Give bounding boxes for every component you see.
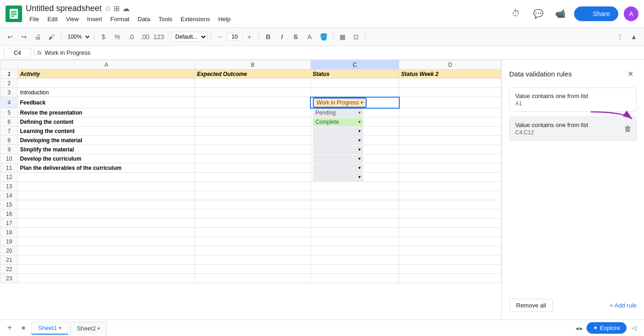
format-123-button[interactable]: 123: [152, 30, 165, 43]
meet-icon[interactable]: 📹: [552, 6, 569, 22]
cell-d9[interactable]: [399, 145, 501, 154]
cell-c6[interactable]: Complete ▾: [310, 117, 399, 127]
redo-button[interactable]: ↪: [17, 30, 30, 43]
menu-data[interactable]: Data: [134, 14, 154, 24]
cell-a12[interactable]: [18, 173, 195, 182]
cell-a1[interactable]: Activity: [18, 70, 195, 79]
cell-c1[interactable]: Status: [310, 70, 399, 79]
cell-c7[interactable]: ▾: [310, 127, 399, 136]
sheet-tab-sheet2[interactable]: Sheet2 ▾: [70, 322, 107, 335]
percent-button[interactable]: %: [111, 30, 124, 43]
menu-insert[interactable]: Insert: [83, 14, 106, 24]
text-color-button[interactable]: A: [303, 30, 316, 43]
scroll-right-button[interactable]: ▸: [580, 324, 583, 332]
cell-b4[interactable]: [195, 97, 311, 108]
zoom-select[interactable]: 100% 75% 125%: [64, 32, 91, 41]
scroll-left-button[interactable]: ◂: [575, 324, 579, 332]
merge-button[interactable]: ⊡: [350, 30, 362, 43]
spreadsheet-title[interactable]: Untitled spreadsheet: [26, 4, 102, 13]
cell-a6[interactable]: Defining the content: [18, 117, 195, 127]
cell-c8[interactable]: ▾: [310, 136, 399, 145]
cell-b1[interactable]: Expected Outcome: [195, 70, 311, 79]
cell-b7[interactable]: [195, 127, 311, 136]
cell-a2[interactable]: [18, 79, 195, 88]
cell-d1[interactable]: Status Week 2: [399, 70, 501, 79]
cell-c10[interactable]: ▾: [310, 154, 399, 163]
empty-chip-10[interactable]: ▾: [313, 155, 363, 163]
collapse-panel-button[interactable]: ◁: [628, 322, 640, 334]
dv-close-button[interactable]: ✕: [624, 67, 637, 80]
cell-a8[interactable]: Developing the material: [18, 136, 195, 145]
font-size-dec[interactable]: −: [213, 30, 226, 43]
comments-icon[interactable]: 💬: [530, 6, 546, 22]
currency-button[interactable]: $: [97, 30, 110, 43]
share-button[interactable]: 👤 Data validation rules Share: [574, 6, 618, 21]
cell-c9[interactable]: ▾: [310, 145, 399, 154]
cell-b12[interactable]: [195, 173, 311, 182]
italic-button[interactable]: I: [276, 30, 288, 43]
cell-c12[interactable]: ▾: [310, 173, 399, 182]
cell-c11[interactable]: ▾: [310, 163, 399, 173]
dv-rule-2[interactable]: Value contains one from list C4:C12 🗑: [509, 116, 637, 141]
add-rule-button[interactable]: + Add rule: [610, 302, 637, 309]
cell-d2[interactable]: [399, 79, 501, 88]
cell-d8[interactable]: [399, 136, 501, 145]
cell-reference-input[interactable]: [4, 48, 31, 58]
move-icon[interactable]: ⊞: [114, 4, 120, 13]
remove-all-button[interactable]: Remove all: [509, 299, 553, 312]
col-b-header[interactable]: B: [195, 60, 311, 70]
cell-b8[interactable]: [195, 136, 311, 145]
pending-chip[interactable]: Pending ▾: [313, 109, 363, 117]
menu-help[interactable]: Help: [214, 14, 234, 24]
empty-chip-8[interactable]: ▾: [313, 136, 363, 145]
cell-d6[interactable]: [399, 117, 501, 127]
cell-b11[interactable]: [195, 163, 311, 173]
add-sheet-button[interactable]: +: [4, 322, 16, 334]
empty-chip-7[interactable]: ▾: [313, 127, 363, 135]
font-dropdown[interactable]: Default... Arial: [171, 32, 207, 42]
cell-d7[interactable]: [399, 127, 501, 136]
cell-c3[interactable]: [310, 88, 399, 97]
borders-button[interactable]: ▦: [336, 30, 349, 43]
cell-a3[interactable]: Introduction: [18, 88, 195, 97]
dv-rule-1[interactable]: Value contains one from list A1: [509, 87, 637, 112]
col-d-header[interactable]: D: [399, 60, 501, 70]
col-a-header[interactable]: A: [18, 60, 195, 70]
cell-d5[interactable]: [399, 108, 501, 117]
empty-chip-11[interactable]: ▾: [313, 164, 363, 172]
menu-extensions[interactable]: Extensions: [177, 14, 214, 24]
font-size-inc[interactable]: +: [243, 30, 256, 43]
empty-chip-9[interactable]: ▾: [313, 145, 363, 154]
dec-inc-button[interactable]: .0: [125, 30, 138, 43]
sheet-tab-sheet1[interactable]: Sheet1 ▾: [31, 322, 68, 335]
sheet2-dropdown-icon[interactable]: ▾: [98, 326, 100, 331]
cell-c4[interactable]: Work in Progress ▾: [310, 97, 399, 108]
sheet1-dropdown-icon[interactable]: ▾: [59, 325, 61, 330]
cell-d4[interactable]: [399, 97, 501, 108]
explore-button[interactable]: ✦ Explore: [586, 322, 627, 334]
fill-color-button[interactable]: 🪣: [317, 30, 330, 43]
cell-a7[interactable]: Learning the content: [18, 127, 195, 136]
grid-wrapper[interactable]: A B C D 1 Activity Expected Outcome Stat…: [0, 60, 501, 319]
cell-a10[interactable]: Develop the curriculum: [18, 154, 195, 163]
print-button[interactable]: 🖨: [31, 30, 44, 43]
dv-rule2-delete-button[interactable]: 🗑: [624, 125, 632, 133]
cell-d11[interactable]: [399, 163, 501, 173]
history-icon[interactable]: ⏱: [508, 6, 524, 22]
menu-file[interactable]: File: [26, 14, 43, 24]
formula-input[interactable]: [45, 49, 640, 56]
menu-format[interactable]: Format: [107, 14, 133, 24]
cell-a4[interactable]: Feedback: [18, 97, 195, 108]
cell-a5[interactable]: Revise the presentation: [18, 108, 195, 117]
cell-d10[interactable]: [399, 154, 501, 163]
cell-b5[interactable]: [195, 108, 311, 117]
cell-b9[interactable]: [195, 145, 311, 154]
cell-a11[interactable]: Plan the deliverables of the curriculum: [18, 163, 195, 173]
dec-dec-button[interactable]: .00: [138, 30, 151, 43]
cell-c5[interactable]: Pending ▾: [310, 108, 399, 117]
star-icon[interactable]: ☆: [104, 4, 111, 13]
cell-a9[interactable]: Simplify the material: [18, 145, 195, 154]
strikethrough-button[interactable]: S: [289, 30, 302, 43]
cell-b2[interactable]: [195, 79, 311, 88]
col-c-header[interactable]: C: [310, 60, 399, 70]
